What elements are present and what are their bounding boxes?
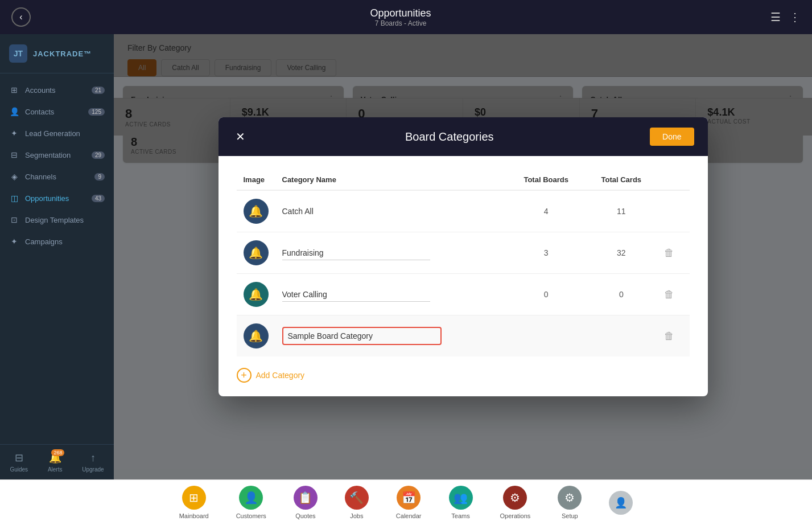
lead-gen-icon: ✦ xyxy=(9,129,19,138)
total-cards-fundraising: 32 xyxy=(585,232,657,274)
guides-label: Guides xyxy=(10,466,28,473)
operations-icon: ⚙ xyxy=(503,486,527,510)
sidebar-item-opportunities[interactable]: ◫ Opportunities 43 xyxy=(0,187,114,209)
calendar-icon: 📅 xyxy=(397,486,421,510)
sidebar-item-segmentation[interactable]: ⊟ Segmentation 29 xyxy=(0,144,114,166)
top-bar: ‹ Opportunities 7 Boards - Active ☰ ⋮ xyxy=(0,0,812,34)
modal-title: Board Categories xyxy=(249,130,650,143)
total-cards-catch-all: 11 xyxy=(585,190,657,232)
modal-overlay: ✕ Board Categories Done Image Category N… xyxy=(114,34,812,479)
logo-icon: JT xyxy=(9,44,27,63)
mainboard-label: Mainboard xyxy=(179,512,209,519)
opportunities-badge: 43 xyxy=(92,195,105,202)
sidebar-item-channels[interactable]: ◈ Channels 9 xyxy=(0,166,114,187)
add-category-label: Add Category xyxy=(256,371,305,380)
quotes-icon: 📋 xyxy=(294,486,318,510)
total-boards-catch-all: 4 xyxy=(507,190,585,232)
nav-avatar[interactable]: 👤 xyxy=(595,486,646,519)
logo-text: JACKTRADE™ xyxy=(33,50,92,58)
col-category-name: Category Name xyxy=(275,170,508,190)
accounts-badge: 21 xyxy=(92,87,105,94)
page-subtitle: 7 Boards - Active xyxy=(370,19,431,27)
more-icon[interactable]: ⋮ xyxy=(789,10,801,24)
customers-icon: 👤 xyxy=(239,486,263,510)
col-image: Image xyxy=(237,170,275,190)
col-total-boards: Total Boards xyxy=(507,170,585,190)
table-row: 🔔 Catch All 4 11 xyxy=(237,190,690,232)
delete-category-voter-calling[interactable]: 🗑 xyxy=(664,289,674,301)
calendar-label: Calendar xyxy=(396,512,422,519)
alerts-label: Alerts xyxy=(48,466,63,473)
add-category-button[interactable]: + Add Category xyxy=(237,368,305,383)
categories-table: Image Category Name Total Boards Total C… xyxy=(237,170,690,356)
nav-quotes[interactable]: 📋 Quotes xyxy=(280,481,331,524)
nav-mainboard[interactable]: ⊞ Mainboard xyxy=(166,481,222,524)
contacts-badge: 125 xyxy=(88,108,105,116)
category-name-input-sample[interactable] xyxy=(282,327,442,345)
nav-teams[interactable]: 👥 Teams xyxy=(435,481,487,524)
campaigns-icon: ✦ xyxy=(9,237,19,246)
sidebar-item-accounts[interactable]: ⊞ Accounts 21 xyxy=(0,79,114,101)
sidebar-item-design-templates[interactable]: ⊡ Design Templates xyxy=(0,209,114,231)
sidebar-logo: JT JACKTRADE™ xyxy=(0,34,114,73)
jobs-icon: 🔨 xyxy=(345,486,369,510)
operations-label: Operations xyxy=(500,512,531,519)
sidebar-nav: ⊞ Accounts 21 👤 Contacts 125 ✦ Lead Gene… xyxy=(0,73,114,444)
contacts-label: Contacts xyxy=(25,108,83,116)
segmentation-label: Segmentation xyxy=(25,151,86,159)
channels-icon: ◈ xyxy=(9,172,19,181)
quotes-label: Quotes xyxy=(295,512,315,519)
modal-done-button[interactable]: Done xyxy=(650,128,694,146)
page-title: Opportunities xyxy=(370,7,431,19)
sidebar-item-campaigns[interactable]: ✦ Campaigns xyxy=(0,231,114,252)
sidebar-item-lead-generation[interactable]: ✦ Lead Generation xyxy=(0,122,114,144)
upgrade-icon: ↑ xyxy=(90,452,96,464)
category-name-catch-all: Catch All xyxy=(282,207,314,216)
lead-gen-label: Lead Generation xyxy=(25,129,105,138)
alerts-button[interactable]: 🔔 268 Alerts xyxy=(48,452,63,473)
channels-label: Channels xyxy=(25,173,89,181)
nav-setup[interactable]: ⚙ Setup xyxy=(544,481,595,524)
nav-customers[interactable]: 👤 Customers xyxy=(222,481,280,524)
category-name-input-voter-calling[interactable] xyxy=(282,288,430,302)
teams-icon: 👥 xyxy=(449,486,473,510)
modal-body: Image Category Name Total Boards Total C… xyxy=(219,156,708,396)
table-row: 🔔 🗑 xyxy=(237,315,690,357)
menu-icon[interactable]: ☰ xyxy=(770,10,781,24)
bottom-nav: ⊞ Mainboard 👤 Customers 📋 Quotes 🔨 Jobs … xyxy=(0,479,812,525)
delete-category-sample[interactable]: 🗑 xyxy=(664,330,674,342)
nav-calendar[interactable]: 📅 Calendar xyxy=(382,481,435,524)
plus-circle-icon: + xyxy=(237,368,252,383)
sidebar: JT JACKTRADE™ ⊞ Accounts 21 👤 Contacts 1… xyxy=(0,34,114,479)
content-area: Filter By Category All Catch All Fundrai… xyxy=(114,34,812,479)
category-icon-teal: 🔔 xyxy=(244,282,269,307)
segmentation-icon: ⊟ xyxy=(9,150,19,159)
channels-badge: 9 xyxy=(94,173,105,181)
board-categories-modal: ✕ Board Categories Done Image Category N… xyxy=(219,117,708,396)
upgrade-label: Upgrade xyxy=(82,466,104,473)
modal-close-button[interactable]: ✕ xyxy=(232,128,249,145)
delete-category-fundraising[interactable]: 🗑 xyxy=(664,247,674,259)
alerts-badge: 268 xyxy=(51,449,64,456)
teams-label: Teams xyxy=(451,512,469,519)
avatar: 👤 xyxy=(609,491,633,515)
opportunities-icon: ◫ xyxy=(9,194,19,203)
category-name-input-fundraising[interactable] xyxy=(282,246,430,260)
design-templates-icon: ⊡ xyxy=(9,215,19,224)
total-boards-fundraising: 3 xyxy=(507,232,585,274)
total-boards-voter-calling: 0 xyxy=(507,274,585,315)
guides-button[interactable]: ⊟ Guides xyxy=(10,452,28,473)
back-button[interactable]: ‹ xyxy=(11,7,31,27)
sidebar-item-contacts[interactable]: 👤 Contacts 125 xyxy=(0,101,114,122)
accounts-label: Accounts xyxy=(25,86,86,95)
design-templates-label: Design Templates xyxy=(25,216,105,224)
category-icon-sample: 🔔 xyxy=(244,323,269,348)
contacts-icon: 👤 xyxy=(9,107,19,116)
upgrade-button[interactable]: ↑ Upgrade xyxy=(82,452,104,473)
nav-jobs[interactable]: 🔨 Jobs xyxy=(331,481,382,524)
total-cards-voter-calling: 0 xyxy=(585,274,657,315)
campaigns-label: Campaigns xyxy=(25,237,105,246)
top-bar-title-area: Opportunities 7 Boards - Active xyxy=(370,7,431,27)
nav-operations[interactable]: ⚙ Operations xyxy=(487,481,545,524)
col-total-cards: Total Cards xyxy=(585,170,657,190)
